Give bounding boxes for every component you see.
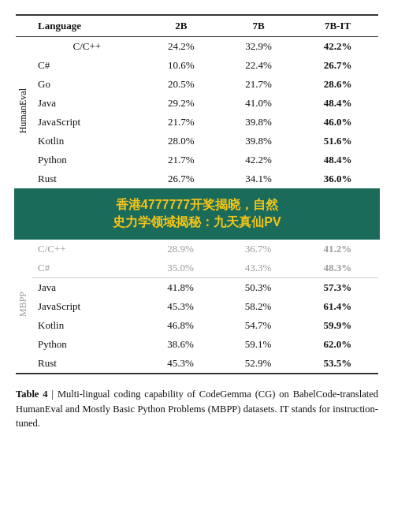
val-7bit: 62.0% <box>297 335 378 354</box>
lang-cell: Rust <box>32 169 143 188</box>
humaneval-row-6: Kotlin 28.0% 39.8% 51.6% <box>16 132 378 151</box>
val-2b: 45.3% <box>142 297 220 316</box>
col-header-7b: 7B <box>220 15 297 37</box>
val-7b: 59.1% <box>219 335 297 354</box>
humaneval-row-4: Java 29.2% 41.0% 48.4% <box>16 94 378 113</box>
lang-cell: C# <box>32 56 143 75</box>
humaneval-row-8: Rust 26.7% 34.1% 36.0% <box>16 169 378 188</box>
humaneval-label: HumanEval <box>16 37 32 189</box>
val-2b: 10.6% <box>143 56 220 75</box>
val-7b: 41.0% <box>220 94 297 113</box>
mbpp-row-2: JavaScript 45.3% 58.2% 61.4% <box>16 297 378 316</box>
lang-cell: JavaScript <box>32 297 142 316</box>
mbpp-row-1: Java 41.8% 50.3% 57.3% <box>16 277 378 297</box>
val-7b: 39.8% <box>220 113 297 132</box>
lang-cell: Kotlin <box>32 316 142 335</box>
col-header-2b: 2B <box>143 15 220 37</box>
val-7b: 34.1% <box>220 169 297 188</box>
val-7bit: 48.4% <box>297 94 378 113</box>
col-header-language: Language <box>32 15 143 37</box>
val-7bit: 36.0% <box>297 169 378 188</box>
main-table: Language 2B 7B 7B-IT HumanEval C/C++ 24.… <box>16 14 378 188</box>
table-caption: Table 4 | Multi-lingual coding capabilit… <box>16 387 378 431</box>
val-7bit: 46.0% <box>297 113 378 132</box>
partial-row-2: C# 35.0% 43.3% 48.3% <box>16 259 378 278</box>
val-7b: 50.3% <box>219 277 297 297</box>
val-2b: 20.5% <box>143 75 220 94</box>
val-2b: 38.6% <box>142 335 220 354</box>
val-7bit: 28.6% <box>297 75 378 94</box>
humaneval-row-7: Python 21.7% 42.2% 48.4% <box>16 151 378 169</box>
col-header-empty <box>16 15 32 37</box>
val-7bit: 53.5% <box>297 354 378 374</box>
val-2b: 29.2% <box>143 94 220 113</box>
lang-cell: Java <box>32 94 143 113</box>
humaneval-row-3: Go 20.5% 21.7% 28.6% <box>16 75 378 94</box>
val-7b: 32.9% <box>220 37 297 57</box>
humaneval-row-2: C# 10.6% 22.4% 26.7% <box>16 56 378 75</box>
val-2b: 41.8% <box>142 277 220 297</box>
partial-row-1: MBPP C/C++ 28.9% 36.7% 41.2% <box>16 240 378 259</box>
overlay-banner: 香港4777777开奖揭晓，自然 史力学领域揭秘：九天真仙PV <box>14 188 380 240</box>
val-2b: 28.9% <box>142 240 220 259</box>
val-7b: 54.7% <box>219 316 297 335</box>
caption-body: Multi-lingual coding capability of CodeG… <box>16 389 378 430</box>
mbpp-row-4: Python 38.6% 59.1% 62.0% <box>16 335 378 354</box>
val-2b: 35.0% <box>142 259 220 278</box>
lang-cell: Rust <box>32 354 142 374</box>
mbpp-table: MBPP C/C++ 28.9% 36.7% 41.2% C# 35.0% 43… <box>16 240 378 374</box>
overlay-line2: 史力学领域揭秘：九天真仙PV <box>20 214 374 231</box>
val-7bit: 61.4% <box>297 297 378 316</box>
lang-cell: Java <box>32 277 142 297</box>
humaneval-row-5: JavaScript 21.7% 39.8% 46.0% <box>16 113 378 132</box>
val-2b: 28.0% <box>143 132 220 151</box>
lang-cell: C/C++ <box>32 37 143 57</box>
val-2b: 46.8% <box>142 316 220 335</box>
val-7bit: 59.9% <box>297 316 378 335</box>
val-7bit: 48.4% <box>297 151 378 169</box>
val-7bit: 26.7% <box>297 56 378 75</box>
val-7b: 39.8% <box>220 132 297 151</box>
caption-separator: | <box>48 389 58 400</box>
val-7bit: 41.2% <box>297 240 378 259</box>
val-2b: 21.7% <box>143 151 220 169</box>
val-7b: 36.7% <box>219 240 297 259</box>
val-7b: 22.4% <box>220 56 297 75</box>
val-7b: 52.9% <box>219 354 297 374</box>
lang-cell: Python <box>32 335 142 354</box>
val-7b: 42.2% <box>220 151 297 169</box>
lang-cell: Python <box>32 151 143 169</box>
lang-cell: Kotlin <box>32 132 143 151</box>
overlay-line1: 香港4777777开奖揭晓，自然 <box>20 196 374 214</box>
caption-label: Table 4 <box>16 389 48 400</box>
val-7b: 58.2% <box>219 297 297 316</box>
lang-cell: Go <box>32 75 143 94</box>
val-7b: 21.7% <box>220 75 297 94</box>
val-2b: 21.7% <box>143 113 220 132</box>
val-7bit: 51.6% <box>297 132 378 151</box>
val-7bit: 57.3% <box>297 277 378 297</box>
val-7b: 43.3% <box>219 259 297 278</box>
val-2b: 26.7% <box>143 169 220 188</box>
lang-cell: JavaScript <box>32 113 143 132</box>
lang-cell: C/C++ <box>32 240 142 259</box>
val-7bit: 42.2% <box>297 37 378 57</box>
val-7bit: 48.3% <box>297 259 378 278</box>
val-2b: 24.2% <box>143 37 220 57</box>
mbpp-row-5: Rust 45.3% 52.9% 53.5% <box>16 354 378 374</box>
val-2b: 45.3% <box>142 354 220 374</box>
humaneval-row-1: HumanEval C/C++ 24.2% 32.9% 42.2% <box>16 37 378 57</box>
mbpp-row-3: Kotlin 46.8% 54.7% 59.9% <box>16 316 378 335</box>
mbpp-label: MBPP <box>16 240 32 374</box>
lang-cell: C# <box>32 259 142 278</box>
col-header-7bit: 7B-IT <box>297 15 378 37</box>
